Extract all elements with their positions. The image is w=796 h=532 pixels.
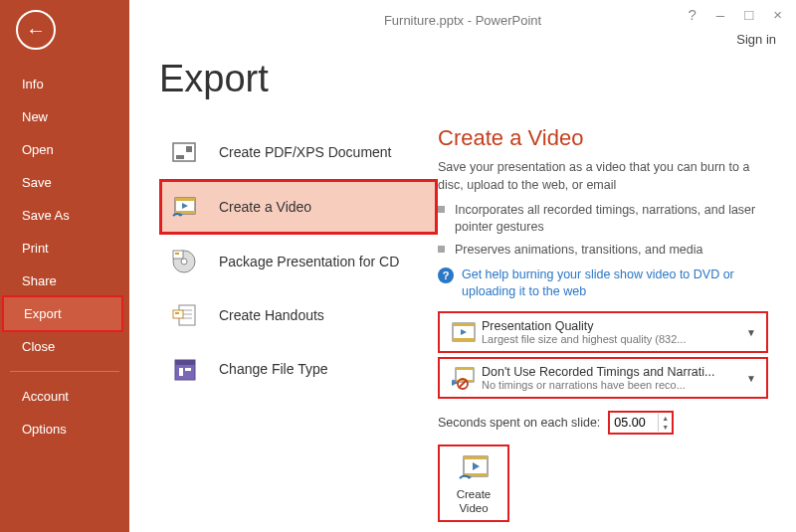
create-video-button[interactable]: Create Video: [438, 444, 509, 522]
export-option-label: Create Handouts: [219, 307, 324, 323]
svg-rect-24: [453, 338, 475, 341]
export-option-label: Create PDF/XPS Document: [219, 144, 392, 160]
svg-rect-23: [453, 323, 475, 326]
chevron-down-icon: ▼: [742, 327, 760, 338]
nav-export[interactable]: Export: [2, 295, 123, 332]
detail-title: Create a Video: [438, 125, 768, 151]
nav-save-as[interactable]: Save As: [0, 199, 129, 232]
quality-dropdown[interactable]: Presentation Quality Largest file size a…: [438, 311, 768, 353]
nav-open[interactable]: Open: [0, 133, 129, 166]
nav-new[interactable]: New: [0, 100, 129, 133]
svg-rect-17: [175, 312, 179, 314]
svg-rect-27: [456, 368, 474, 370]
spinner-up-icon[interactable]: ▲: [659, 414, 672, 423]
svg-rect-21: [185, 368, 191, 371]
export-option-video[interactable]: Create a Video: [159, 179, 438, 235]
export-option-pdfxps[interactable]: Create PDF/XPS Document: [159, 125, 438, 179]
bullet-square-icon: [438, 246, 445, 253]
window-title: Furniture.pptx - PowerPoint: [384, 13, 541, 28]
help-link-row: ? Get help burning your slide show video…: [438, 266, 768, 300]
nav-save[interactable]: Save: [0, 166, 129, 199]
nav-info[interactable]: Info: [0, 68, 129, 100]
back-button[interactable]: ←: [16, 10, 56, 50]
svg-rect-2: [186, 146, 192, 152]
nav-separator: [10, 371, 119, 372]
sign-in-link[interactable]: Sign in: [736, 32, 776, 47]
pdfxps-icon: [167, 135, 201, 169]
bullet-item: Incorporates all recorded timings, narra…: [438, 202, 768, 236]
bullet-square-icon: [438, 206, 445, 213]
nav-account[interactable]: Account: [0, 380, 129, 413]
seconds-spinner[interactable]: ▲ ▼: [608, 411, 674, 435]
nav-options[interactable]: Options: [0, 413, 129, 445]
create-video-icon: [457, 452, 491, 486]
quality-subtitle: Largest file size and highest quality (8…: [482, 333, 742, 345]
seconds-input[interactable]: [610, 416, 658, 430]
bullet-text: Incorporates all recorded timings, narra…: [455, 202, 768, 236]
svg-rect-19: [175, 360, 195, 365]
timings-subtitle: No timings or narrations have been reco.…: [482, 379, 742, 391]
bullet-item: Preserves animations, transitions, and m…: [438, 242, 768, 259]
seconds-label: Seconds spent on each slide:: [438, 416, 600, 430]
export-option-label: Create a Video: [219, 199, 311, 215]
bullet-text: Preserves animations, transitions, and m…: [455, 242, 702, 259]
export-option-label: Package Presentation for CD: [219, 254, 399, 269]
create-video-label: Create Video: [442, 488, 505, 516]
video-icon: [167, 190, 201, 224]
page-title: Export: [159, 58, 269, 100]
export-option-filetype[interactable]: Change File Type: [159, 342, 438, 396]
timings-dropdown[interactable]: Don't Use Recorded Timings and Narrati..…: [438, 357, 768, 399]
svg-rect-1: [176, 155, 184, 159]
export-option-label: Change File Type: [219, 361, 327, 377]
detail-subtitle: Save your presentation as a video that y…: [438, 159, 768, 194]
timings-title: Don't Use Recorded Timings and Narrati..…: [482, 365, 742, 379]
nav-close[interactable]: Close: [0, 330, 129, 363]
handouts-icon: [167, 298, 201, 332]
filetype-icon: [167, 352, 201, 386]
export-option-cd[interactable]: Package Presentation for CD: [159, 235, 438, 288]
export-options-list: Create PDF/XPS Document Create a Video P…: [159, 52, 438, 532]
nav-print[interactable]: Print: [0, 232, 129, 265]
svg-rect-33: [464, 456, 488, 459]
cd-icon: [167, 245, 201, 278]
help-info-icon: ?: [438, 267, 454, 283]
svg-point-9: [181, 259, 187, 265]
back-arrow-icon: ←: [26, 19, 46, 42]
quality-icon: [446, 320, 482, 344]
help-link[interactable]: Get help burning your slide show video t…: [462, 266, 768, 300]
chevron-down-icon: ▼: [742, 373, 760, 384]
timings-icon: [446, 366, 482, 390]
svg-rect-4: [175, 198, 195, 201]
svg-rect-11: [175, 253, 179, 255]
export-option-handouts[interactable]: Create Handouts: [159, 288, 438, 342]
help-button[interactable]: ?: [688, 6, 696, 23]
nav-share[interactable]: Share: [0, 265, 129, 297]
svg-rect-20: [179, 368, 183, 376]
close-window-button[interactable]: ×: [773, 6, 782, 23]
minimize-button[interactable]: –: [716, 6, 724, 23]
quality-title: Presentation Quality: [482, 319, 742, 333]
restore-button[interactable]: □: [744, 6, 753, 23]
spinner-down-icon[interactable]: ▼: [659, 423, 672, 432]
